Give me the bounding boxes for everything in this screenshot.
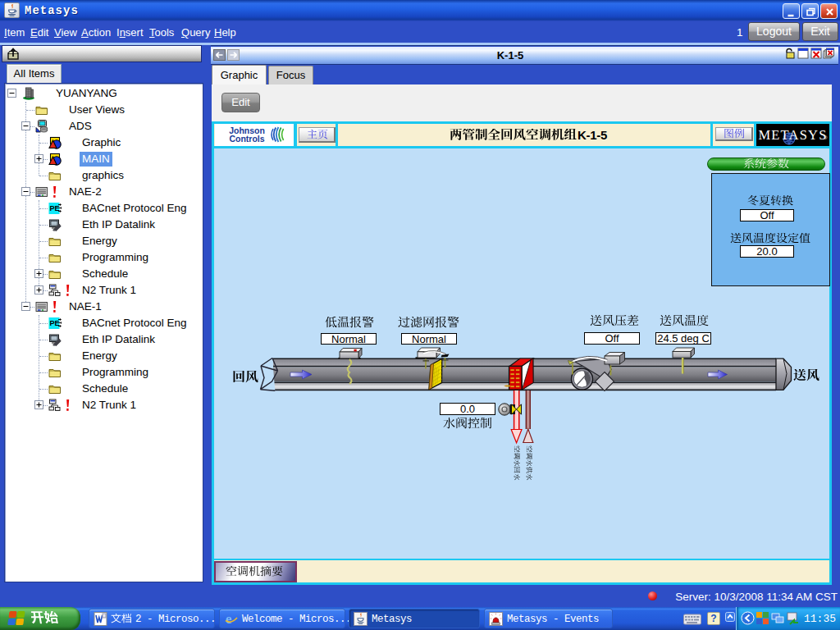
svg-text:PE: PE bbox=[50, 319, 60, 327]
svg-text:e: e bbox=[226, 612, 232, 626]
svg-text:PE: PE bbox=[50, 204, 60, 212]
